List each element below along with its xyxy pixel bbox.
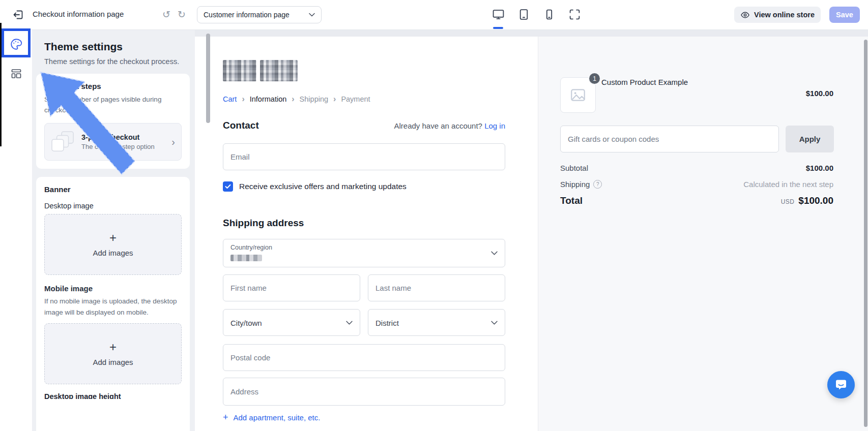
add-images-label: Add images [93,249,133,257]
checkout-steps-card: Checkout steps Set the number of pages v… [36,74,190,169]
city-town-select[interactable]: City/town [223,309,360,336]
last-name-field[interactable] [368,274,505,301]
desktop-image-upload[interactable]: + Add images [44,214,182,275]
chevron-down-icon [491,251,498,256]
breadcrumb-cart-link[interactable]: Cart [223,95,237,103]
postal-code-field[interactable] [223,344,505,371]
app-window: Checkout information page ↺ ↻ Customer i… [0,0,868,431]
shipping-value: Calculated in the next step [743,180,833,189]
clipped-setting-row: Desktop image height [44,392,182,399]
country-region-label: Country/region [230,244,272,251]
district-label: District [375,318,399,327]
country-region-select[interactable]: Country/region [223,239,505,267]
desktop-preview-button[interactable] [491,7,505,21]
coupon-code-field[interactable] [560,126,779,152]
chevron-right-icon: › [333,95,336,103]
chevron-down-icon [346,320,353,325]
topbar: Checkout information page ↺ ↻ Customer i… [0,0,868,30]
checkout-steps-description: Set the number of pages visible during c… [44,95,182,116]
account-prompt-text: Already have an account? [394,121,482,130]
image-placeholder-icon [569,86,587,104]
fullscreen-preview-button[interactable] [568,7,581,21]
option-title: 3-page checkout [81,133,155,141]
login-link[interactable]: Log in [484,121,505,130]
total-value: $100.00 [798,195,833,206]
add-apartment-label: Add apartment, suite, etc. [234,413,321,422]
preview-scrollbar[interactable] [864,40,867,427]
sections-tab[interactable] [0,59,32,88]
mobile-preview-button[interactable] [542,7,556,21]
page-selector-value: Customer information page [204,11,290,19]
checkout-steps-option[interactable]: 3-page checkout The classic 3-step optio… [44,123,182,161]
banner-title: Banner [44,185,182,194]
plus-icon: + [109,232,117,244]
panel-heading: Theme settings [44,41,183,53]
view-online-store-label: View online store [754,11,815,19]
sections-layout-icon [10,68,22,80]
tablet-preview-button[interactable] [517,7,530,21]
redo-icon: ↻ [178,9,186,20]
shipping-row-label: Shipping ? [560,180,602,189]
device-preview-switcher [491,7,581,21]
chat-bubble-icon [834,378,848,392]
marketing-checkbox[interactable] [223,181,233,192]
exit-editor-button[interactable] [11,8,25,22]
banner-card: Banner Desktop image + Add images Mobile… [36,177,190,431]
settings-panel-scrollbar[interactable] [206,34,210,123]
page-selector-dropdown[interactable]: Customer information page [197,6,322,23]
view-online-store-button[interactable]: View online store [734,7,821,23]
subtotal-value: $100.00 [806,164,833,172]
mobile-image-note: If no mobile image is uploaded, the desk… [44,296,182,319]
undo-button[interactable]: ↺ [160,7,173,21]
add-apartment-link[interactable]: + Add apartment, suite, etc. [223,413,320,422]
district-select[interactable]: District [368,309,505,336]
editor-icon-rail [0,29,32,431]
option-subtitle: The classic 3-step option [81,143,155,150]
check-icon [225,184,231,189]
marketing-optin-row: Receive exclusive offers and marketing u… [223,181,407,192]
account-prompt: Already have an account? Log in [394,121,506,130]
shipping-address-heading: Shipping address [223,218,304,229]
mobile-icon [543,8,556,21]
plus-icon: + [109,341,117,353]
first-name-field[interactable] [223,274,360,301]
preview-top-gutter [195,29,868,37]
email-field[interactable] [223,143,505,170]
contact-heading: Contact [223,120,259,131]
shipping-label-text: Shipping [560,180,590,189]
apply-coupon-button[interactable]: Apply [786,126,834,152]
currency-code: USD [781,198,795,205]
add-images-label: Add images [93,358,133,366]
annotation-highlight-box [2,28,31,57]
active-device-indicator [493,27,503,29]
total-amount-group: USD $100.00 [781,195,833,206]
question-glyph: ? [596,181,599,187]
chat-launcher-button[interactable] [827,371,855,398]
save-button[interactable]: Save [829,7,860,23]
chevron-right-icon: › [242,95,244,103]
tablet-icon [517,8,530,21]
address-field[interactable] [223,378,505,406]
product-thumbnail: 1 [560,77,596,113]
checkout-steps-option-texts: 3-page checkout The classic 3-step optio… [81,133,155,150]
redo-button[interactable]: ↻ [175,7,188,21]
panel-description: Theme settings for the checkout process. [44,57,183,66]
desktop-image-height-label: Desktop image height [44,392,182,399]
city-town-label: City/town [230,318,262,327]
marketing-checkbox-label: Receive exclusive offers and marketing u… [239,182,407,191]
theme-settings-panel: Theme settings Theme settings for the ch… [32,29,195,431]
contact-header-row: Contact Already have an account? Log in [223,120,505,131]
breadcrumb-shipping: Shipping [300,95,328,103]
page-title: Checkout information page [33,10,124,18]
mobile-image-upload[interactable]: + Add images [44,323,182,384]
breadcrumb: Cart › Information › Shipping › Payment [223,95,370,103]
exit-icon [12,9,24,21]
help-icon[interactable]: ? [593,180,602,189]
chevron-right-icon: › [292,95,294,103]
order-summary-panel: 1 Custom Product Example $100.00 Apply S… [538,37,868,431]
blurred-logo-block [223,60,256,81]
total-label: Total [560,195,583,206]
mobile-image-label: Mobile image [44,284,182,293]
checkout-preview: Cart › Information › Shipping › Payment … [214,37,538,431]
eye-icon [740,10,750,20]
